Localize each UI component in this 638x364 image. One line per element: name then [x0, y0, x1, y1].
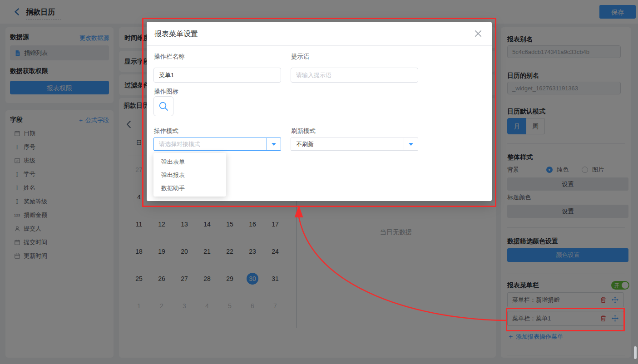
close-icon[interactable] — [474, 29, 483, 38]
tip-input[interactable] — [291, 68, 418, 83]
refresh-mode-label: 刷新模式 — [291, 127, 316, 135]
action-name-input[interactable] — [153, 68, 281, 83]
chevron-down-icon — [272, 143, 276, 146]
action-mode-label: 操作模式 — [154, 127, 178, 135]
caret-cell — [404, 138, 418, 150]
modal-title: 报表菜单设置 — [154, 30, 198, 39]
tip-label: 提示语 — [291, 53, 310, 61]
dropdown-option[interactable]: 弹出表单 — [153, 155, 226, 168]
action-mode-placeholder: 请选择对接模式 — [154, 138, 267, 150]
action-icon-label: 操作图标 — [154, 88, 178, 96]
dropdown-option[interactable]: 弹出报表 — [153, 168, 226, 182]
refresh-mode-value: 不刷新 — [291, 138, 404, 150]
action-mode-select[interactable]: 请选择对接模式 — [153, 138, 281, 151]
dropdown-option[interactable]: 数据助手 — [153, 182, 226, 195]
mode-dropdown: 弹出表单弹出报表数据助手 — [153, 153, 226, 197]
action-icon-button[interactable] — [153, 96, 173, 116]
modal-header-divider — [147, 45, 492, 46]
chevron-down-icon — [409, 143, 413, 146]
refresh-mode-select[interactable]: 不刷新 — [291, 138, 418, 151]
search-icon — [158, 101, 169, 112]
scrollbar-thumb[interactable] — [634, 346, 637, 359]
action-name-label: 操作栏名称 — [154, 53, 185, 61]
caret-cell — [267, 138, 281, 150]
